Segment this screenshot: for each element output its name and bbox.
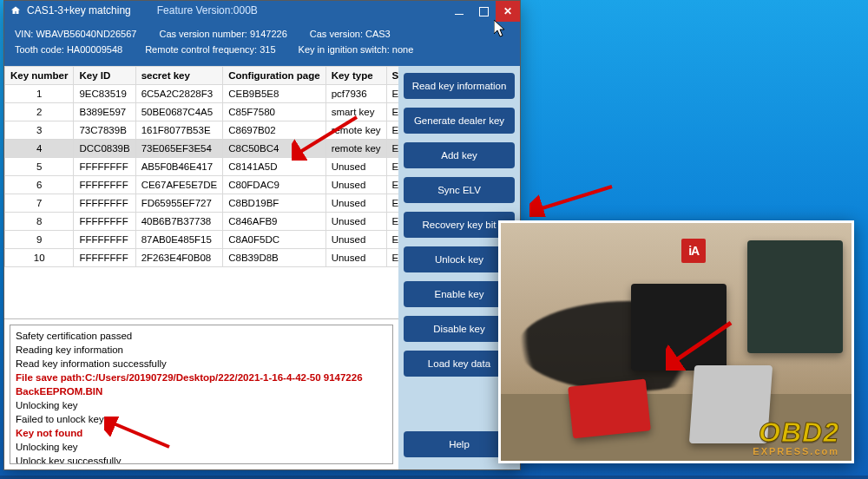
- table-cell: 73C7839B: [74, 121, 135, 139]
- table-cell: 6C5A2C2828F3: [135, 84, 223, 102]
- tooth-code: Tooth code: HA00009548: [15, 42, 122, 57]
- app-window: CAS1-3+key matching Feature Version:000B…: [3, 0, 521, 470]
- table-cell: C8B39D8B: [223, 248, 326, 266]
- col-key-type[interactable]: Key type: [326, 66, 386, 84]
- table-cell: FFFFFFFF: [74, 230, 135, 248]
- table-row[interactable]: 19EC835196C5A2C2828F3CEB9B5E8pcf7936Enab…: [5, 84, 399, 102]
- table-cell: Enable: [386, 139, 398, 157]
- table-row[interactable]: 10FFFFFFFF2F263E4F0B08C8B39D8BUnusedEnab…: [5, 248, 399, 266]
- table-row[interactable]: 4DCC0839B73E065EF3E54C8C50BC4remote keyE…: [5, 139, 399, 157]
- read-key-info-button[interactable]: Read key information: [404, 73, 515, 99]
- log-line: Unlock key successfully: [16, 454, 387, 464]
- table-cell: 2: [5, 102, 74, 121]
- vin-label: VIN: WBAVB56040ND26567: [15, 26, 136, 42]
- key-table[interactable]: Key number Key ID secret key Configurati…: [4, 66, 398, 319]
- table-cell: FFFFFFFF: [74, 175, 135, 194]
- log-panel[interactable]: Safety certification passed Reading key …: [10, 325, 393, 464]
- col-secret-key[interactable]: secret key: [135, 66, 223, 84]
- table-cell: 6: [5, 175, 74, 194]
- table-cell: 10: [5, 248, 74, 266]
- col-key-number[interactable]: Key number: [5, 66, 74, 84]
- table-cell: 9: [5, 230, 74, 248]
- table-cell: CE67AFE5E7DE: [135, 175, 223, 194]
- table-cell: C85F7580: [223, 102, 326, 121]
- log-line: Safety certification passed: [16, 329, 387, 343]
- fuse-box: [747, 240, 843, 353]
- metal-bracket: [689, 365, 773, 443]
- taskbar[interactable]: [0, 476, 868, 479]
- table-cell: C8697B02: [223, 121, 326, 139]
- table-cell: Enable: [386, 175, 398, 194]
- table-cell: Unused: [326, 157, 386, 175]
- table-row[interactable]: 9FFFFFFFF87AB0E485F15C8A0F5DCUnusedEnabl…: [5, 230, 399, 248]
- table-row[interactable]: 6FFFFFFFFCE67AFE5E7DEC80FDAC9UnusedEnabl…: [5, 175, 399, 194]
- table-cell: AB5F0B46E417: [135, 157, 223, 175]
- table-cell: C8A0F5DC: [223, 230, 326, 248]
- table-cell: Enable: [386, 157, 398, 175]
- table-cell: Unused: [326, 248, 386, 266]
- cas-version-number: Cas version number: 9147226: [159, 26, 286, 42]
- table-row[interactable]: 2B389E59750BE0687C4A5C85F7580smart keyEn…: [5, 102, 399, 121]
- table-cell: C8C50BC4: [223, 139, 326, 157]
- table-cell: 2F263E4F0B08: [135, 248, 223, 266]
- table-row[interactable]: 8FFFFFFFF40B6B7B37738C846AFB9UnusedEnabl…: [5, 212, 399, 230]
- table-row[interactable]: 373C7839B161F8077B53EC8697B02remote keyE…: [5, 121, 399, 139]
- table-cell: Unused: [326, 230, 386, 248]
- table-cell: Enable: [386, 248, 398, 266]
- table-cell: 4: [5, 139, 74, 157]
- table-cell: 8: [5, 212, 74, 230]
- log-line: Read key information successfully: [16, 357, 387, 371]
- table-cell: Unused: [326, 175, 386, 194]
- window-title: CAS1-3+key matching: [27, 4, 131, 16]
- col-config-page[interactable]: Configuration page: [223, 66, 326, 84]
- table-cell: pcf7936: [326, 84, 386, 102]
- table-cell: 9EC83519: [74, 84, 135, 102]
- hardware-photo: iA OBD2 EXPRESS.com: [498, 220, 854, 463]
- minimize-button[interactable]: [447, 1, 471, 22]
- table-cell: FFFFFFFF: [74, 194, 135, 212]
- table-cell: FD65955EF727: [135, 194, 223, 212]
- ecu-module: [631, 284, 727, 371]
- col-status[interactable]: Status: [386, 66, 398, 84]
- close-button[interactable]: ✕: [496, 1, 520, 22]
- table-row[interactable]: 5FFFFFFFFAB5F0B46E417C8141A5DUnusedEnabl…: [5, 157, 399, 175]
- cas-version: Cas version: CAS3: [310, 26, 391, 42]
- table-cell: C8141A5D: [223, 157, 326, 175]
- table-cell: remote key: [326, 139, 386, 157]
- table-cell: Enable: [386, 102, 398, 121]
- sync-elv-button[interactable]: Sync ELV: [404, 177, 515, 203]
- annotation-arrow: [529, 182, 616, 217]
- info-bar: VIN: WBAVB56040ND26567 Cas version numbe…: [4, 21, 520, 66]
- log-line: Unlocking key: [16, 398, 387, 412]
- log-line-error: Key not found: [16, 426, 387, 440]
- log-line: Failed to unlock key: [16, 412, 387, 426]
- add-key-button[interactable]: Add key: [404, 142, 515, 168]
- ignition-switch: Key in ignition switch: none: [299, 42, 414, 57]
- table-cell: FFFFFFFF: [74, 212, 135, 230]
- table-cell: 3: [5, 121, 74, 139]
- table-cell: smart key: [326, 102, 386, 121]
- home-icon: [10, 5, 22, 16]
- ia-logo: iA: [681, 239, 706, 263]
- log-line-save-path: File save path:C:/Users/20190729/Desktop…: [16, 371, 387, 398]
- table-row[interactable]: 7FFFFFFFFFD65955EF727C8BD19BFUnusedEnabl…: [5, 194, 399, 212]
- table-cell: C846AFB9: [223, 212, 326, 230]
- red-programmer: [568, 378, 651, 438]
- generate-dealer-key-button[interactable]: Generate dealer key: [404, 108, 515, 134]
- svg-line-1: [536, 187, 612, 210]
- table-cell: 50BE0687C4A5: [135, 102, 223, 121]
- table-cell: Enable: [386, 230, 398, 248]
- table-cell: remote key: [326, 121, 386, 139]
- table-cell: Enable: [386, 84, 398, 102]
- log-line: Reading key information: [16, 343, 387, 357]
- col-key-id[interactable]: Key ID: [74, 66, 135, 84]
- table-cell: 87AB0E485F15: [135, 230, 223, 248]
- table-cell: FFFFFFFF: [74, 157, 135, 175]
- table-cell: 1: [5, 84, 74, 102]
- table-cell: 7: [5, 194, 74, 212]
- table-cell: C80FDAC9: [223, 175, 326, 194]
- feature-version: Feature Version:000B: [157, 4, 258, 16]
- table-cell: 161F8077B53E: [135, 121, 223, 139]
- maximize-button[interactable]: [471, 1, 496, 22]
- table-cell: Enable: [386, 194, 398, 212]
